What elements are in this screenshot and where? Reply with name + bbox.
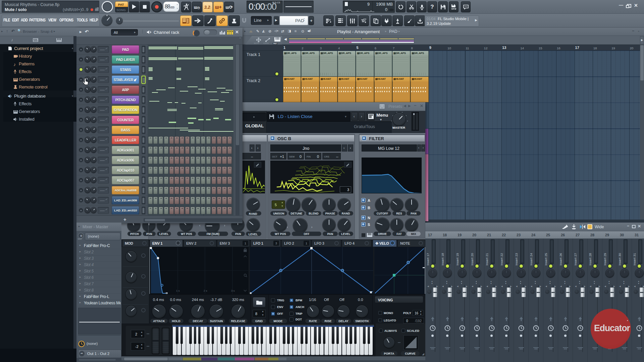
- svg-text:3 s: 3 s: [231, 289, 235, 292]
- svg-text:1 s: 1 s: [176, 289, 180, 292]
- svg-text:2 s: 2 s: [204, 289, 207, 292]
